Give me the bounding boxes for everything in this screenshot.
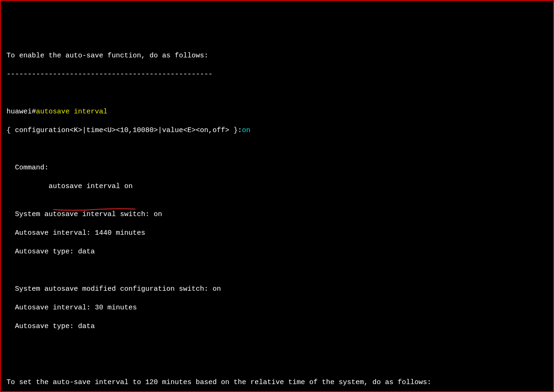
section-intro: To enable the auto-save function, do as … <box>7 51 547 61</box>
param-line: { configuration<K>|time<U><10,10080>|val… <box>7 126 547 135</box>
output-line: System autosave modified configuration s… <box>7 285 547 294</box>
command-header: Command: <box>7 163 547 173</box>
blank-line <box>7 341 547 350</box>
param-value[interactable]: on <box>242 126 250 134</box>
section-divider: ----------------------------------------… <box>7 70 547 79</box>
output-line <box>7 266 547 275</box>
prompt-host: huawei# <box>7 108 36 116</box>
output-line: Autosave type: data <box>7 247 547 257</box>
prompt-line: huawei#autosave interval <box>7 107 547 117</box>
blank-line <box>7 145 547 154</box>
param-desc: { configuration<K>|time<U><10,10080>|val… <box>7 126 242 134</box>
output-line: System autosave interval switch: on <box>7 210 547 219</box>
output-line: Autosave type: data <box>7 322 547 331</box>
prompt-command[interactable]: autosave interval <box>36 108 107 116</box>
blank-line <box>7 89 547 98</box>
command-echo: autosave interval on <box>49 182 133 190</box>
command-echo-line: autosave interval on <box>7 182 547 201</box>
output-line: Autosave interval: 1440 minutes <box>7 229 547 238</box>
output-line: Autosave interval: 30 minutes <box>7 303 547 313</box>
section-intro: To set the auto-save interval to 120 min… <box>7 378 547 387</box>
command-echo-prefix <box>7 182 49 190</box>
